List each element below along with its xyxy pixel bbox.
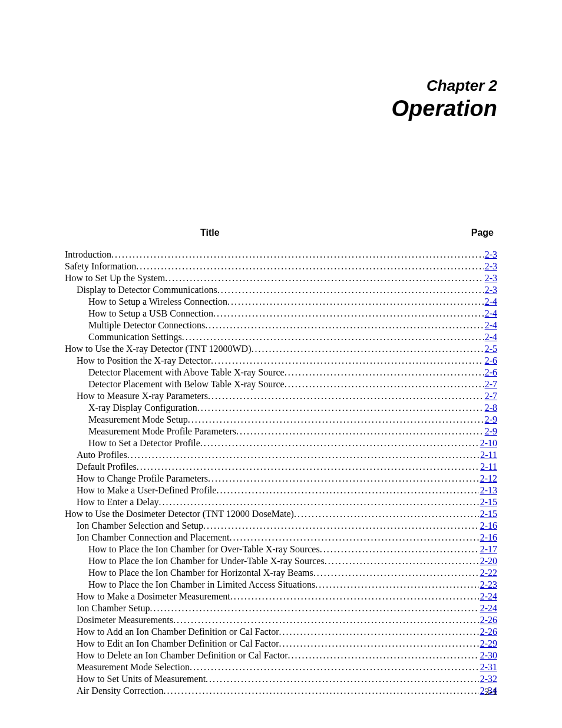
toc-leader-dots [325, 555, 479, 567]
toc-entry-title: How to Add an Ion Chamber Definition or … [77, 626, 279, 638]
toc-page-link[interactable]: 2-23 [479, 579, 497, 591]
toc-entry: How to Place the Ion Chamber for Horizon… [65, 567, 497, 579]
toc-entry: Default Profiles2-11 [65, 461, 497, 473]
toc-entry: Ion Chamber Selection and Setup2-16 [65, 520, 497, 532]
toc-leader-dots [288, 650, 479, 661]
toc-entry-title: How to Use the Dosimeter Detector (TNT 1… [65, 508, 294, 520]
toc-entry-title: How to Place the Ion Chamber in Limited … [88, 579, 315, 591]
page-number: 2-1 [485, 687, 497, 697]
toc-entry-title: How to Place the Ion Chamber for Over-Ta… [88, 543, 320, 555]
toc-entry-title: How to Enter a Delay [77, 496, 159, 508]
toc-leader-dots [213, 308, 484, 319]
toc-entry-title: How to Measure X-ray Parameters [77, 390, 208, 402]
toc-page-link[interactable]: 2-17 [479, 543, 497, 555]
toc-entry: Safety Information2-3 [65, 261, 497, 272]
toc-entry-title: Measurement Mode Setup [88, 414, 188, 426]
toc-leader-dots [279, 638, 478, 650]
toc-page-link[interactable]: 2-22 [479, 567, 497, 579]
page-container: Chapter 2 Operation Title Page Introduct… [0, 0, 562, 697]
toc-page-link[interactable]: 2-4 [484, 296, 497, 308]
toc-leader-dots [208, 473, 479, 485]
toc-entry: Ion Chamber Connection and Placement2-16 [65, 532, 497, 543]
toc-page-link[interactable]: 2-11 [479, 461, 497, 473]
toc-leader-dots [173, 614, 479, 626]
toc-page-link[interactable]: 2-15 [479, 508, 497, 520]
toc-page-link[interactable]: 2-16 [479, 520, 497, 532]
toc-entry: How to Enter a Delay2-15 [65, 496, 497, 508]
toc-page-link[interactable]: 2-13 [479, 485, 497, 496]
toc-page-link[interactable]: 2-20 [479, 555, 497, 567]
toc-header-title: Title [200, 228, 220, 238]
toc-page-link[interactable]: 2-32 [479, 673, 497, 685]
toc-entry-title: Multiple Detector Connections [88, 319, 205, 331]
toc-page-link[interactable]: 2-4 [484, 331, 497, 343]
toc-page-link[interactable]: 2-29 [479, 638, 497, 650]
toc-entry: How to Set Units of Measurement2-32 [65, 673, 497, 685]
toc-page-link[interactable]: 2-3 [484, 272, 497, 284]
toc-entry-title: How to Position the X-ray Detector [77, 355, 211, 367]
toc-page-link[interactable]: 2-5 [484, 343, 497, 355]
toc-entry-title: How to Set Units of Measurement [77, 673, 206, 685]
toc-leader-dots [206, 673, 479, 685]
toc-page-link[interactable]: 2-26 [479, 614, 497, 626]
toc-entry-title: Dosimeter Measurements [77, 614, 173, 626]
toc-page-link[interactable]: 2-24 [479, 591, 497, 602]
toc-entry: How to Setup a Wireless Connection2-4 [65, 296, 497, 308]
toc-entry-title: How to Change Profile Parameters [77, 473, 208, 485]
toc-entry-title: How to Delete an Ion Chamber Definition … [77, 650, 288, 661]
toc-page-link[interactable]: 2-3 [484, 261, 497, 272]
toc-leader-dots [216, 485, 478, 496]
toc-leader-dots [285, 378, 484, 390]
toc-entry: Introduction2-3 [65, 249, 497, 261]
toc-entry-title: How to Make a User-Defined Profile [77, 485, 216, 496]
toc-entry: Auto Profiles2-11 [65, 449, 497, 461]
toc-entry: How to Set Up the System2-3 [65, 272, 497, 284]
toc-entry: Air Density Correction2-34 [65, 685, 497, 697]
toc-page-link[interactable]: 2-7 [484, 378, 497, 390]
toc-page-link[interactable]: 2-4 [484, 319, 497, 331]
toc-entry-title: Safety Information [65, 261, 136, 272]
toc-page-link[interactable]: 2-11 [479, 449, 497, 461]
toc-leader-dots [294, 508, 479, 520]
toc-page-link[interactable]: 2-8 [484, 402, 497, 414]
toc-page-link[interactable]: 2-15 [479, 496, 497, 508]
toc-page-link[interactable]: 2-31 [479, 661, 497, 673]
toc-column-headers: Title Page [65, 228, 497, 238]
toc-leader-dots [227, 296, 484, 308]
toc-entry: How to Add an Ion Chamber Definition or … [65, 626, 497, 638]
toc-leader-dots [285, 367, 484, 378]
toc-entry: Display to Detector Communications2-3 [65, 284, 497, 296]
toc-page-link[interactable]: 2-3 [484, 249, 497, 261]
toc-entry: How to Set a Detector Profile2-10 [65, 437, 497, 449]
toc-entry-title: How to Place the Ion Chamber for Under-T… [88, 555, 325, 567]
toc-page-link[interactable]: 2-9 [484, 414, 497, 426]
toc-entry-title: How to Make a Dosimeter Measurement [77, 591, 230, 602]
toc-page-link[interactable]: 2-12 [479, 473, 497, 485]
toc-page-link[interactable]: 2-3 [484, 284, 497, 296]
chapter-header: Chapter 2 Operation [65, 77, 497, 121]
toc-leader-dots [320, 543, 479, 555]
toc-page-link[interactable]: 2-6 [484, 367, 497, 378]
toc-entry-title: Measurement Mode Profile Parameters [88, 426, 236, 437]
toc-page-link[interactable]: 2-6 [484, 355, 497, 367]
toc-leader-dots [188, 414, 484, 426]
toc-page-link[interactable]: 2-7 [484, 390, 497, 402]
toc-entry-title: How to Edit an Ion Chamber Definition or… [77, 638, 279, 650]
toc-leader-dots [236, 426, 484, 437]
toc-page-link[interactable]: 2-10 [479, 437, 497, 449]
toc-entry-title: Default Profiles [77, 461, 137, 473]
toc-page-link[interactable]: 2-30 [479, 650, 497, 661]
toc-leader-dots [211, 355, 484, 367]
toc-page-link[interactable]: 2-9 [484, 426, 497, 437]
toc-entry-title: How to Place the Ion Chamber for Horizon… [88, 567, 313, 579]
toc-entry: How to Use the Dosimeter Detector (TNT 1… [65, 508, 497, 520]
chapter-label: Chapter 2 [65, 77, 497, 95]
toc-leader-dots [315, 579, 478, 591]
toc-entry: How to Change Profile Parameters2-12 [65, 473, 497, 485]
toc-entry-title: Detector Placement with Above Table X-ra… [88, 367, 285, 378]
toc-entry: Multiple Detector Connections2-4 [65, 319, 497, 331]
toc-page-link[interactable]: 2-16 [479, 532, 497, 543]
toc-page-link[interactable]: 2-26 [479, 626, 497, 638]
toc-page-link[interactable]: 2-24 [479, 602, 497, 614]
toc-page-link[interactable]: 2-4 [484, 308, 497, 319]
